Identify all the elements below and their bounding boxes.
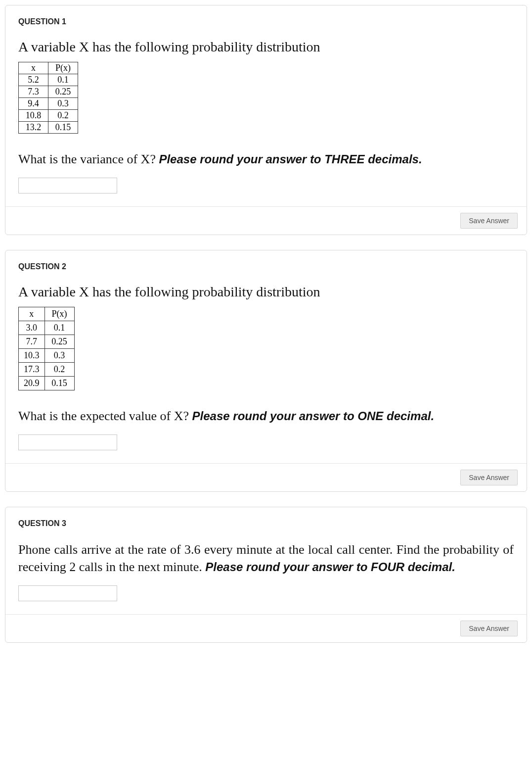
answer-input-1[interactable] bbox=[18, 178, 117, 193]
table-header-x: x bbox=[19, 307, 45, 321]
table-row: 10.80.2 bbox=[19, 110, 78, 122]
table-header-px: P(x) bbox=[48, 62, 78, 74]
table-row: 5.20.1 bbox=[19, 74, 78, 86]
question-prompt: Phone calls arrive at the rate of 3.6 ev… bbox=[18, 541, 514, 576]
table-header-x: x bbox=[19, 62, 48, 74]
question-card-2: QUESTION 2 A variable X has the followin… bbox=[5, 250, 527, 492]
table-header-px: P(x) bbox=[44, 307, 74, 321]
answer-input-2[interactable] bbox=[18, 434, 117, 450]
question-title: A variable X has the following probabili… bbox=[18, 39, 514, 55]
question-card-3: QUESTION 3 Phone calls arrive at the rat… bbox=[5, 507, 527, 643]
question-body: QUESTION 2 A variable X has the followin… bbox=[5, 250, 527, 463]
question-footer: Save Answer bbox=[5, 206, 527, 235]
table-header-row: x P(x) bbox=[19, 62, 78, 74]
probability-table-1: x P(x) 5.20.1 7.30.25 9.40.3 10.80.2 13.… bbox=[18, 62, 78, 134]
save-answer-button[interactable]: Save Answer bbox=[460, 621, 518, 636]
question-footer: Save Answer bbox=[5, 463, 527, 491]
table-row: 7.30.25 bbox=[19, 86, 78, 98]
question-prompt: What is the variance of X? Please round … bbox=[18, 150, 514, 168]
question-footer: Save Answer bbox=[5, 614, 527, 642]
probability-table-2: x P(x) 3.00.1 7.70.25 10.30.3 17.30.2 20… bbox=[18, 307, 75, 390]
save-answer-button[interactable]: Save Answer bbox=[460, 470, 518, 485]
question-prompt: What is the expected value of X? Please … bbox=[18, 407, 514, 425]
question-body: QUESTION 3 Phone calls arrive at the rat… bbox=[5, 507, 527, 614]
question-title: A variable X has the following probabili… bbox=[18, 284, 514, 300]
prompt-bold: Please round your answer to THREE decima… bbox=[159, 152, 422, 166]
table-row: 20.90.15 bbox=[19, 377, 75, 390]
table-row: 7.70.25 bbox=[19, 335, 75, 349]
table-row: 10.30.3 bbox=[19, 349, 75, 363]
table-row: 3.00.1 bbox=[19, 321, 75, 335]
question-card-1: QUESTION 1 A variable X has the followin… bbox=[5, 5, 527, 235]
question-body: QUESTION 1 A variable X has the followin… bbox=[5, 5, 527, 206]
table-row: 13.20.15 bbox=[19, 122, 78, 134]
prompt-bold: Please round your answer to FOUR decimal… bbox=[205, 560, 455, 574]
table-row: 17.30.2 bbox=[19, 363, 75, 377]
prompt-bold: Please round your answer to ONE decimal. bbox=[192, 409, 434, 423]
save-answer-button[interactable]: Save Answer bbox=[460, 213, 518, 229]
prompt-text: What is the variance of X? bbox=[18, 152, 159, 166]
answer-input-3[interactable] bbox=[18, 585, 117, 601]
prompt-text: What is the expected value of X? bbox=[18, 409, 192, 423]
question-label: QUESTION 3 bbox=[18, 519, 514, 528]
table-header-row: x P(x) bbox=[19, 307, 75, 321]
table-row: 9.40.3 bbox=[19, 98, 78, 110]
question-label: QUESTION 2 bbox=[18, 262, 514, 271]
question-label: QUESTION 1 bbox=[18, 17, 514, 26]
